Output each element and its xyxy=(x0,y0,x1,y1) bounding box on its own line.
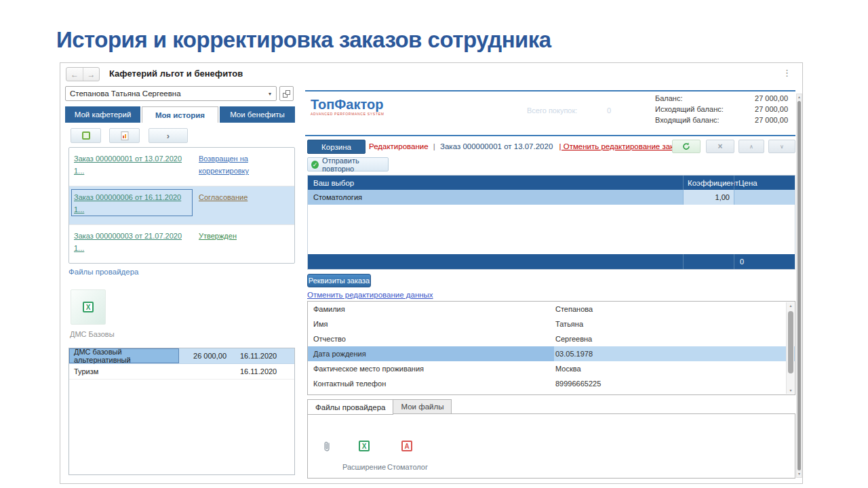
chevron-down-icon: ∨ xyxy=(780,144,784,150)
person-row[interactable]: Отчество Сергеевна xyxy=(308,331,795,346)
close-icon: × xyxy=(717,142,722,151)
back-icon: ← xyxy=(71,70,79,79)
expand-button[interactable]: ∨ xyxy=(768,140,795,153)
scrollbar-thumb[interactable] xyxy=(797,101,801,470)
person-row[interactable]: Фактическое место проживания Москва xyxy=(308,361,795,376)
order-total-price: 0 xyxy=(734,254,795,269)
provider-file-tile[interactable]: X xyxy=(71,289,106,325)
back-button[interactable]: ← xyxy=(66,68,83,81)
scroll-up-icon[interactable]: ▴ xyxy=(797,94,802,100)
order-items-table: Ваш выбор Коэффициент Цена Стоматология … xyxy=(307,175,795,270)
person-row[interactable]: Фамилия Степанова xyxy=(308,302,795,317)
scroll-down-icon[interactable]: ▾ xyxy=(797,471,802,477)
topfactor-logo: ТопФактор ADVANCED PERFORMANCE SYSTEM xyxy=(311,97,384,116)
files-panel: X A Расширение Стоматолог xyxy=(307,413,795,479)
order-item-row-selected[interactable]: Стоматология 1,00 xyxy=(308,190,795,205)
header-divider-top xyxy=(305,90,795,92)
right-panel-scrollbar[interactable]: ▴ ▾ xyxy=(796,94,802,478)
chevron-down-icon[interactable]: ▾ xyxy=(264,91,276,97)
file-tile-label: Расширение xyxy=(339,463,389,471)
cart-button[interactable]: Корзина xyxy=(307,140,366,154)
order-link[interactable]: Заказ 000000001 от 13.07.2020 1... xyxy=(74,155,182,175)
cancel-order-edit-link[interactable]: | Отменить редактирование заказа xyxy=(559,142,686,150)
benefit-amount: 26 000,00 xyxy=(179,348,231,363)
order-table-header: Ваш выбор Коэффициент Цена xyxy=(308,176,795,190)
page-title: История и корректировка заказов сотрудни… xyxy=(56,27,551,53)
more-menu-button[interactable]: ⋮ xyxy=(783,68,791,78)
excel-file-icon: X xyxy=(83,302,94,312)
excel-toolbar-icon xyxy=(82,131,90,140)
benefit-name: ДМС базовый альтернативный xyxy=(69,348,179,363)
order-status-link[interactable]: Согласование xyxy=(199,193,248,201)
balance-label: Входящий баланс: xyxy=(655,115,719,125)
person-row[interactable]: Имя Татьяна xyxy=(308,317,795,331)
forward-icon: → xyxy=(87,70,96,79)
report-doc-icon xyxy=(121,131,129,140)
kebab-menu-icon: ⋮ xyxy=(783,68,791,78)
field-value: Степанова xyxy=(554,302,795,317)
employee-select[interactable]: Степанова Татьяна Сергеевна ▾ xyxy=(65,86,277,101)
field-label: Имя xyxy=(308,317,554,331)
order-row[interactable]: Заказ 000000001 от 13.07.2020 1... Возвр… xyxy=(69,148,294,186)
benefit-row-selected[interactable]: ДМС базовый альтернативный 26 000,00 16.… xyxy=(69,348,294,364)
order-status-link[interactable]: Утвержден xyxy=(199,232,237,240)
collapse-button[interactable]: ∧ xyxy=(738,140,764,153)
close-button[interactable]: × xyxy=(706,140,734,153)
order-row[interactable]: Заказ 000000003 от 21.07.2020 1... Утвер… xyxy=(69,225,294,264)
report-button[interactable] xyxy=(109,128,140,143)
refresh-button[interactable] xyxy=(672,140,701,153)
forward-button[interactable]: → xyxy=(83,68,99,81)
col-choice-header: Ваш выбор xyxy=(308,176,683,190)
field-value: Москва xyxy=(554,361,795,376)
paperclip-icon xyxy=(322,441,332,452)
pdf-file-icon: A xyxy=(401,441,412,451)
scroll-down-icon[interactable]: ▾ xyxy=(787,387,795,394)
scroll-up-icon[interactable]: ▴ xyxy=(787,302,795,309)
more-actions-button[interactable]: › xyxy=(149,128,188,143)
person-row[interactable]: Контактный телефон 89996665225 xyxy=(308,376,795,391)
check-circle-icon: ✓ xyxy=(311,161,319,169)
attach-file-tile[interactable] xyxy=(311,432,342,460)
field-label: Контактный телефон xyxy=(308,376,554,391)
order-status-link[interactable]: Возвращен на корректировку xyxy=(199,155,249,175)
separator: | xyxy=(433,142,435,150)
person-row-selected[interactable]: Дата рождения 03.05.1978 xyxy=(308,346,795,361)
tab-my-cafeteria[interactable]: Мой кафетерий xyxy=(65,106,140,123)
header-divider-bottom xyxy=(305,135,795,136)
choose-list-icon xyxy=(283,90,290,98)
scrollbar-thumb[interactable] xyxy=(788,311,793,373)
tab-my-history[interactable]: Моя история xyxy=(142,106,218,123)
tab-provider-files[interactable]: Файлы провайдера xyxy=(307,399,393,415)
app-window: ← → Кафетерий льгот и бенефитов ⋮ Степан… xyxy=(60,62,803,484)
field-label: Дата рождения xyxy=(308,346,554,361)
balance-value: 27 000,00 xyxy=(755,93,788,104)
order-table-footer: 0 xyxy=(308,254,795,269)
left-tabs: Мой кафетерий Моя история Мои бенефиты xyxy=(65,106,295,123)
order-details-button[interactable]: Реквизиты заказа xyxy=(307,274,371,287)
balance-row: Баланс: 27 000,00 xyxy=(655,93,788,104)
export-excel-button[interactable] xyxy=(71,128,101,143)
cancel-data-edit-link[interactable]: Отменить редактирование данных xyxy=(307,291,433,299)
benefit-row[interactable]: Туризм 16.11.2020 xyxy=(69,364,294,380)
edit-mode-bar: Редактирование | Заказ 000000001 от 13.0… xyxy=(369,142,669,150)
item-price xyxy=(734,190,795,205)
tab-my-benefits[interactable]: Мои бенефиты xyxy=(220,106,295,123)
balance-value: 27 000,00 xyxy=(755,115,788,125)
resend-button[interactable]: ✓ Отправить повторно xyxy=(307,157,389,171)
order-link[interactable]: Заказ 000000006 от 16.11.2020 1... xyxy=(74,193,181,214)
item-name: Стоматология xyxy=(308,190,683,205)
history-nav: ← → xyxy=(66,67,100,81)
balance-label: Исходящий баланс: xyxy=(655,104,724,115)
order-row-selected[interactable]: Заказ 000000006 от 16.11.2020 1... Согла… xyxy=(69,186,294,225)
field-label: Фактическое место проживания xyxy=(308,361,554,376)
benefit-date: 16.11.2020 xyxy=(231,348,294,363)
purchases-total-label: Всего покупок: xyxy=(527,106,577,115)
pdf-file-tile[interactable]: A xyxy=(391,432,422,460)
tab-my-files[interactable]: Мои файлы xyxy=(393,399,452,414)
employee-choose-button[interactable] xyxy=(279,86,294,101)
purchases-total-value: 0 xyxy=(607,106,611,115)
person-table-scrollbar[interactable]: ▴ ▾ xyxy=(786,302,794,394)
provider-file-label: ДМС Базовы xyxy=(70,330,115,338)
excel-file-tile[interactable]: X xyxy=(349,432,380,460)
order-link[interactable]: Заказ 000000003 от 21.07.2020 1... xyxy=(74,232,182,252)
